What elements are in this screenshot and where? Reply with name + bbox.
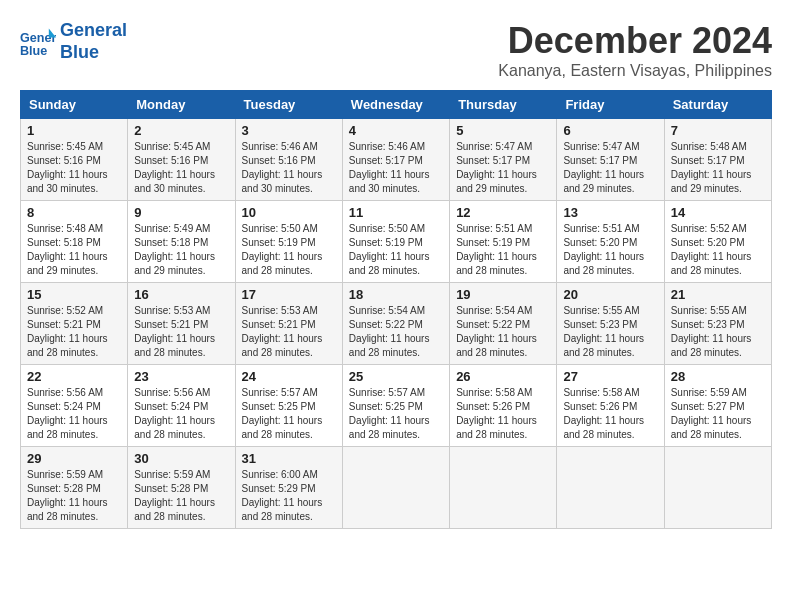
day-number: 29 [27,451,121,466]
table-row [557,447,664,529]
day-number: 10 [242,205,336,220]
logo: General Blue GeneralBlue [20,20,127,63]
table-row: 20Sunrise: 5:55 AM Sunset: 5:23 PM Dayli… [557,283,664,365]
table-row: 14Sunrise: 5:52 AM Sunset: 5:20 PM Dayli… [664,201,771,283]
title-block: December 2024 Kananya, Eastern Visayas, … [498,20,772,80]
day-number: 30 [134,451,228,466]
day-info: Sunrise: 6:00 AM Sunset: 5:29 PM Dayligh… [242,468,336,524]
day-number: 6 [563,123,657,138]
svg-text:Blue: Blue [20,43,47,57]
day-number: 14 [671,205,765,220]
table-row: 30Sunrise: 5:59 AM Sunset: 5:28 PM Dayli… [128,447,235,529]
day-number: 2 [134,123,228,138]
day-number: 25 [349,369,443,384]
day-number: 20 [563,287,657,302]
day-info: Sunrise: 5:59 AM Sunset: 5:28 PM Dayligh… [27,468,121,524]
day-number: 18 [349,287,443,302]
table-row: 23Sunrise: 5:56 AM Sunset: 5:24 PM Dayli… [128,365,235,447]
table-row: 19Sunrise: 5:54 AM Sunset: 5:22 PM Dayli… [450,283,557,365]
header-tuesday: Tuesday [235,91,342,119]
table-row: 16Sunrise: 5:53 AM Sunset: 5:21 PM Dayli… [128,283,235,365]
day-info: Sunrise: 5:52 AM Sunset: 5:20 PM Dayligh… [671,222,765,278]
table-row: 22Sunrise: 5:56 AM Sunset: 5:24 PM Dayli… [21,365,128,447]
day-number: 21 [671,287,765,302]
day-number: 26 [456,369,550,384]
day-number: 23 [134,369,228,384]
day-number: 28 [671,369,765,384]
weekday-header-row: Sunday Monday Tuesday Wednesday Thursday… [21,91,772,119]
table-row: 24Sunrise: 5:57 AM Sunset: 5:25 PM Dayli… [235,365,342,447]
table-row: 27Sunrise: 5:58 AM Sunset: 5:26 PM Dayli… [557,365,664,447]
table-row: 5Sunrise: 5:47 AM Sunset: 5:17 PM Daylig… [450,119,557,201]
day-info: Sunrise: 5:59 AM Sunset: 5:28 PM Dayligh… [134,468,228,524]
day-number: 16 [134,287,228,302]
table-row [342,447,449,529]
day-info: Sunrise: 5:52 AM Sunset: 5:21 PM Dayligh… [27,304,121,360]
table-row: 9Sunrise: 5:49 AM Sunset: 5:18 PM Daylig… [128,201,235,283]
table-row: 13Sunrise: 5:51 AM Sunset: 5:20 PM Dayli… [557,201,664,283]
day-info: Sunrise: 5:57 AM Sunset: 5:25 PM Dayligh… [242,386,336,442]
table-row: 11Sunrise: 5:50 AM Sunset: 5:19 PM Dayli… [342,201,449,283]
day-info: Sunrise: 5:57 AM Sunset: 5:25 PM Dayligh… [349,386,443,442]
table-row [450,447,557,529]
day-number: 1 [27,123,121,138]
day-number: 22 [27,369,121,384]
header-friday: Friday [557,91,664,119]
logo-icon: General Blue [20,24,56,60]
day-number: 11 [349,205,443,220]
day-number: 3 [242,123,336,138]
header-thursday: Thursday [450,91,557,119]
day-info: Sunrise: 5:50 AM Sunset: 5:19 PM Dayligh… [349,222,443,278]
day-number: 5 [456,123,550,138]
day-number: 24 [242,369,336,384]
location-subtitle: Kananya, Eastern Visayas, Philippines [498,62,772,80]
day-number: 4 [349,123,443,138]
table-row [664,447,771,529]
day-info: Sunrise: 5:55 AM Sunset: 5:23 PM Dayligh… [671,304,765,360]
day-number: 12 [456,205,550,220]
day-number: 19 [456,287,550,302]
day-info: Sunrise: 5:54 AM Sunset: 5:22 PM Dayligh… [349,304,443,360]
table-row: 10Sunrise: 5:50 AM Sunset: 5:19 PM Dayli… [235,201,342,283]
calendar-week-row: 22Sunrise: 5:56 AM Sunset: 5:24 PM Dayli… [21,365,772,447]
month-title: December 2024 [498,20,772,62]
day-info: Sunrise: 5:48 AM Sunset: 5:18 PM Dayligh… [27,222,121,278]
calendar-week-row: 1Sunrise: 5:45 AM Sunset: 5:16 PM Daylig… [21,119,772,201]
day-number: 7 [671,123,765,138]
table-row: 7Sunrise: 5:48 AM Sunset: 5:17 PM Daylig… [664,119,771,201]
calendar-week-row: 8Sunrise: 5:48 AM Sunset: 5:18 PM Daylig… [21,201,772,283]
day-number: 9 [134,205,228,220]
table-row: 29Sunrise: 5:59 AM Sunset: 5:28 PM Dayli… [21,447,128,529]
day-info: Sunrise: 5:46 AM Sunset: 5:16 PM Dayligh… [242,140,336,196]
day-number: 8 [27,205,121,220]
page-header: General Blue GeneralBlue December 2024 K… [20,20,772,80]
calendar-week-row: 15Sunrise: 5:52 AM Sunset: 5:21 PM Dayli… [21,283,772,365]
table-row: 18Sunrise: 5:54 AM Sunset: 5:22 PM Dayli… [342,283,449,365]
table-row: 6Sunrise: 5:47 AM Sunset: 5:17 PM Daylig… [557,119,664,201]
day-info: Sunrise: 5:51 AM Sunset: 5:20 PM Dayligh… [563,222,657,278]
day-info: Sunrise: 5:45 AM Sunset: 5:16 PM Dayligh… [134,140,228,196]
header-wednesday: Wednesday [342,91,449,119]
day-info: Sunrise: 5:58 AM Sunset: 5:26 PM Dayligh… [456,386,550,442]
day-number: 27 [563,369,657,384]
table-row: 28Sunrise: 5:59 AM Sunset: 5:27 PM Dayli… [664,365,771,447]
day-info: Sunrise: 5:53 AM Sunset: 5:21 PM Dayligh… [242,304,336,360]
table-row: 21Sunrise: 5:55 AM Sunset: 5:23 PM Dayli… [664,283,771,365]
day-info: Sunrise: 5:55 AM Sunset: 5:23 PM Dayligh… [563,304,657,360]
day-number: 31 [242,451,336,466]
day-number: 15 [27,287,121,302]
day-info: Sunrise: 5:58 AM Sunset: 5:26 PM Dayligh… [563,386,657,442]
day-info: Sunrise: 5:51 AM Sunset: 5:19 PM Dayligh… [456,222,550,278]
day-info: Sunrise: 5:56 AM Sunset: 5:24 PM Dayligh… [27,386,121,442]
table-row: 2Sunrise: 5:45 AM Sunset: 5:16 PM Daylig… [128,119,235,201]
day-info: Sunrise: 5:49 AM Sunset: 5:18 PM Dayligh… [134,222,228,278]
calendar-table: Sunday Monday Tuesday Wednesday Thursday… [20,90,772,529]
table-row: 26Sunrise: 5:58 AM Sunset: 5:26 PM Dayli… [450,365,557,447]
day-info: Sunrise: 5:59 AM Sunset: 5:27 PM Dayligh… [671,386,765,442]
table-row: 3Sunrise: 5:46 AM Sunset: 5:16 PM Daylig… [235,119,342,201]
day-info: Sunrise: 5:47 AM Sunset: 5:17 PM Dayligh… [563,140,657,196]
day-number: 17 [242,287,336,302]
table-row: 15Sunrise: 5:52 AM Sunset: 5:21 PM Dayli… [21,283,128,365]
table-row: 17Sunrise: 5:53 AM Sunset: 5:21 PM Dayli… [235,283,342,365]
table-row: 1Sunrise: 5:45 AM Sunset: 5:16 PM Daylig… [21,119,128,201]
